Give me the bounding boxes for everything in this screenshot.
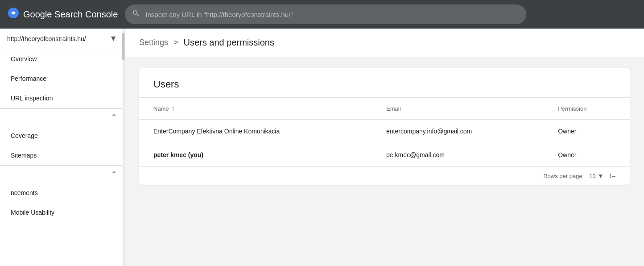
column-header-permission: Permission (544, 98, 630, 120)
scrollbar-track (122, 29, 124, 266)
chevron-up-icon-2: ⌃ (111, 170, 117, 179)
sidebar-item-sitemaps[interactable]: Sitemaps (0, 145, 124, 165)
sidebar-item-enhancements-label: ncements (11, 189, 38, 196)
breadcrumb-arrow: > (173, 38, 178, 47)
scrollbar-thumb[interactable] (122, 33, 124, 60)
app-logo: Google Search Console (7, 7, 118, 22)
header: Google Search Console (0, 0, 644, 29)
sidebar-item-url-inspection-label: URL inspection (11, 95, 53, 102)
breadcrumb-current: Users and permissions (184, 37, 274, 48)
table-body: EnterCompany Efektivna Online Komunikaci… (139, 120, 630, 167)
search-icon (132, 9, 140, 20)
sort-icon[interactable]: ↑ (172, 105, 175, 112)
sidebar-item-performance-label: Performance (11, 75, 46, 82)
site-dropdown-icon: ▼ (109, 34, 117, 43)
site-url: http://theoryofconstraints.hu/ (7, 35, 109, 42)
content-area: Users Name ↑ Email Permission (125, 57, 644, 195)
nav-section-toggle-1[interactable]: ⌃ (0, 108, 124, 126)
sidebar-item-sitemaps-label: Sitemaps (11, 152, 37, 159)
logo-icon (7, 7, 20, 22)
user-permission-2: Owner (544, 143, 630, 167)
user-email-1: entercompany.info@gmail.com (372, 120, 544, 143)
users-table: Name ↑ Email Permission EnterCompany Efe… (139, 97, 630, 166)
page-info: 1– (609, 173, 615, 179)
user-email-2: pe.kmec@gmail.com (372, 143, 544, 167)
column-header-email: Email (372, 98, 544, 120)
sidebar-item-enhancements[interactable]: ncements (0, 183, 124, 203)
table-row: EnterCompany Efektivna Online Komunikaci… (139, 120, 630, 143)
rows-per-page-dropdown[interactable]: 10 ▼ (589, 172, 603, 179)
breadcrumb-settings[interactable]: Settings (139, 38, 168, 47)
site-selector[interactable]: http://theoryofconstraints.hu/ ▼ (0, 29, 124, 49)
sidebar-item-coverage-label: Coverage (11, 132, 38, 139)
sidebar-item-mobile-usability[interactable]: Mobile Usability (0, 203, 124, 222)
rows-per-page-value: 10 (589, 173, 595, 179)
sidebar-item-mobile-usability-label: Mobile Usability (11, 209, 54, 216)
sidebar-item-overview[interactable]: Overview (0, 49, 124, 69)
user-name-1: EnterCompany Efektivna Online Komunikaci… (139, 120, 372, 143)
table-row: peter kmec (you) pe.kmec@gmail.com Owner (139, 143, 630, 167)
rows-dropdown-arrow-icon: ▼ (598, 172, 604, 179)
nav-section-toggle-2[interactable]: ⌃ (0, 166, 124, 183)
app-title: Google Search Console (23, 9, 118, 20)
main-layout: http://theoryofconstraints.hu/ ▼ Overvie… (0, 29, 644, 266)
breadcrumb: Settings > Users and permissions (125, 29, 644, 57)
sidebar-item-url-inspection[interactable]: URL inspection (0, 88, 124, 108)
sidebar-item-coverage[interactable]: Coverage (0, 126, 124, 145)
chevron-up-icon: ⌃ (111, 112, 117, 122)
user-name-2: peter kmec (you) (139, 143, 372, 167)
column-header-name: Name ↑ (139, 98, 372, 120)
sidebar-item-overview-label: Overview (11, 55, 37, 62)
table-header: Name ↑ Email Permission (139, 98, 630, 120)
main-content: Settings > Users and permissions Users N… (125, 29, 644, 266)
name-column-label: Name (153, 105, 169, 112)
users-card: Users Name ↑ Email Permission (139, 68, 630, 185)
sidebar-item-performance[interactable]: Performance (0, 69, 124, 88)
rows-per-page-label: Rows per page: (543, 173, 584, 179)
user-permission-1: Owner (544, 120, 630, 143)
users-title: Users (139, 68, 630, 97)
search-input[interactable] (145, 11, 519, 18)
search-bar[interactable] (125, 4, 526, 24)
table-footer: Rows per page: 10 ▼ 1– (139, 166, 630, 185)
sidebar: http://theoryofconstraints.hu/ ▼ Overvie… (0, 29, 125, 266)
